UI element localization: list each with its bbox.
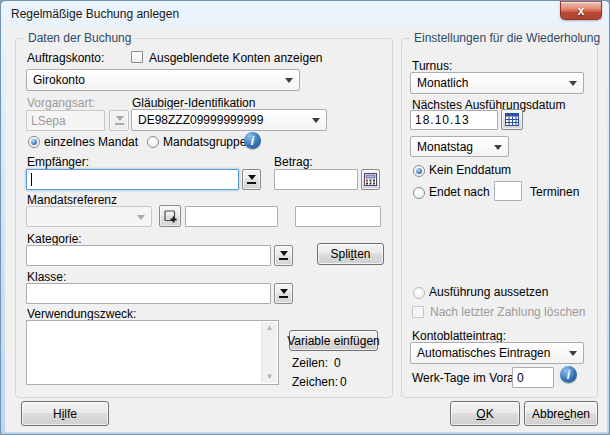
monatstag-select[interactable]: Monatstag (410, 136, 509, 157)
info-icon[interactable]: i (244, 132, 261, 149)
zeichen-label: Zeichen: (292, 375, 338, 389)
chevron-down-icon (285, 78, 293, 83)
auftragskonto-label: Auftragskonto: (27, 51, 104, 65)
show-hidden-accounts-label: Ausgeblendete Konten anzeigen (149, 51, 322, 65)
mandatsreferenz-field-1[interactable] (185, 206, 278, 227)
chevron-down-icon (569, 351, 577, 356)
empfaenger-label: Empfänger: (27, 155, 89, 169)
turnus-label: Turnus: (412, 59, 452, 73)
close-icon: x (578, 5, 585, 17)
kategorie-dropdown-button[interactable] (274, 245, 293, 266)
kategorie-label: Kategorie: (27, 232, 82, 246)
glaeubiger-identifikation-value: DE98ZZZ09999999999 (138, 113, 263, 127)
klasse-input[interactable] (26, 283, 271, 304)
zeichen-value: 0 (340, 375, 347, 389)
info-icon[interactable]: i (560, 366, 577, 383)
group-daten-der-buchung: Daten der Buchung Auftragskonto: Ausgebl… (15, 38, 393, 398)
turnus-select[interactable]: Monatlich (410, 72, 584, 94)
dialog-body: Daten der Buchung Auftragskonto: Ausgebl… (5, 26, 607, 432)
turnus-value: Monatlich (417, 76, 468, 90)
betrag-input[interactable] (274, 169, 358, 190)
glaeubiger-identifikation-select[interactable]: DE98ZZZ09999999999 (131, 109, 327, 131)
variable-einfuegen-button[interactable]: Variable einfügen (289, 330, 378, 351)
zeilen-label: Zeilen: (292, 356, 328, 370)
group-title: Einstellungen für die Wiederholung (410, 31, 604, 45)
betrag-calculator-button[interactable] (361, 169, 380, 190)
hilfe-button[interactable]: Hilfe (21, 401, 109, 426)
ok-button[interactable]: OK (450, 401, 520, 426)
vorgangsart-dropdown-button (109, 110, 129, 131)
klasse-label: Klasse: (27, 270, 66, 284)
scroll-down-icon[interactable]: ▼ (266, 373, 274, 381)
mandatsgruppe-radio[interactable] (147, 136, 159, 148)
mandatsgruppe-label: Mandatsgruppe (163, 135, 246, 149)
ausfuehrung-aussetzen-radio[interactable] (413, 287, 425, 299)
calendar-icon (505, 113, 519, 126)
kein-enddatum-label: Kein Enddatum (429, 163, 511, 177)
scroll-up-icon[interactable]: ▲ (266, 324, 274, 332)
mandatsreferenz-select (26, 206, 152, 227)
empfaenger-dropdown-button[interactable] (242, 169, 261, 190)
group-title: Daten der Buchung (24, 31, 135, 45)
window-title: Regelmäßige Buchung anlegen (11, 7, 179, 21)
verwendungszweck-label: Verwendungszweck: (27, 307, 136, 321)
verwendungszweck-textarea[interactable]: ▲ ▼ (26, 320, 279, 385)
add-item-icon (163, 209, 178, 224)
kategorie-input[interactable] (26, 245, 271, 266)
vorgangsart-field (26, 110, 105, 131)
glaeubiger-identifikation-label: Gläubiger-Identifikation (132, 96, 255, 110)
kein-enddatum-radio[interactable] (413, 165, 425, 177)
history-dropdown-icon (279, 289, 288, 298)
endet-nach-radio[interactable] (413, 187, 425, 199)
endet-nach-input[interactable] (494, 181, 522, 201)
mandatsreferenz-field-2[interactable] (295, 206, 381, 227)
dialog-window: Regelmäßige Buchung anlegen x Daten der … (0, 0, 610, 435)
ausfuehrungsdatum-input[interactable] (410, 110, 498, 130)
calculator-icon (364, 173, 377, 186)
monatstag-value: Monatstag (417, 140, 473, 154)
ausfuehrung-aussetzen-label: Ausführung aussetzen (429, 285, 548, 299)
history-dropdown-icon (279, 251, 288, 260)
auftragskonto-value: Girokonto (33, 73, 85, 87)
einzelnes-mandat-label: einzelnes Mandat (44, 135, 138, 149)
betrag-label: Betrag: (274, 155, 313, 169)
abbrechen-button[interactable]: Abbrechen (524, 401, 598, 426)
zeilen-value: 0 (334, 356, 341, 370)
kontoblatteintrag-label: Kontoblatteintrag: (412, 329, 506, 343)
kontoblatteintrag-value: Automatisches Eintragen (417, 346, 550, 360)
titlebar[interactable]: Regelmäßige Buchung anlegen (1, 1, 609, 26)
terminen-label: Terminen (530, 185, 579, 199)
chevron-down-icon (312, 118, 320, 123)
calendar-button[interactable] (501, 109, 523, 130)
auftragskonto-select[interactable]: Girokonto (26, 69, 300, 91)
history-dropdown-icon (247, 175, 256, 184)
empfaenger-input[interactable] (26, 169, 239, 190)
mandatsreferenz-label: Mandatsreferenz (27, 193, 117, 207)
nach-letzter-zahlung-checkbox (412, 306, 424, 318)
history-dropdown-icon (115, 116, 124, 125)
einzelnes-mandat-radio[interactable] (28, 136, 40, 148)
scrollbar[interactable]: ▲ ▼ (261, 322, 277, 383)
chevron-down-icon (569, 81, 577, 86)
chevron-down-icon (494, 145, 502, 150)
endet-nach-label: Endet nach (429, 185, 490, 199)
nach-letzter-zahlung-label: Nach letzter Zahlung löschen (430, 305, 585, 319)
close-button[interactable]: x (560, 1, 602, 20)
add-mandate-button[interactable] (159, 205, 181, 227)
chevron-down-icon (137, 215, 145, 220)
group-wiederholung: Einstellungen für die Wiederholung Turnu… (401, 38, 598, 398)
show-hidden-accounts-checkbox[interactable] (131, 51, 143, 63)
vorgangsart-label: Vorgangsart: (27, 96, 95, 110)
werktage-input[interactable] (512, 367, 554, 388)
kontoblatteintrag-select[interactable]: Automatisches Eintragen (410, 342, 584, 364)
text-caret (31, 173, 32, 186)
klasse-dropdown-button[interactable] (274, 283, 293, 304)
splitten-button[interactable]: Splitten (317, 243, 384, 265)
